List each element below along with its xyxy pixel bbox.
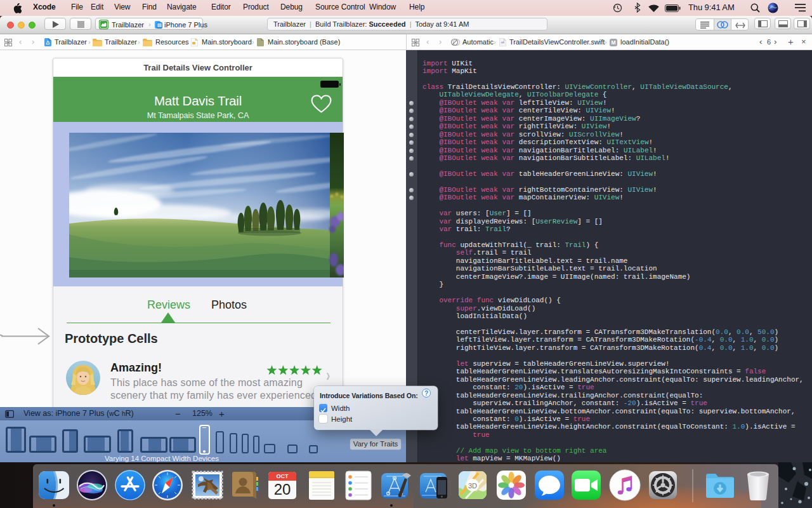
svg-text:20: 20 <box>274 481 291 498</box>
svg-text:3D: 3D <box>468 482 477 490</box>
svg-text:OCT: OCT <box>277 473 289 479</box>
